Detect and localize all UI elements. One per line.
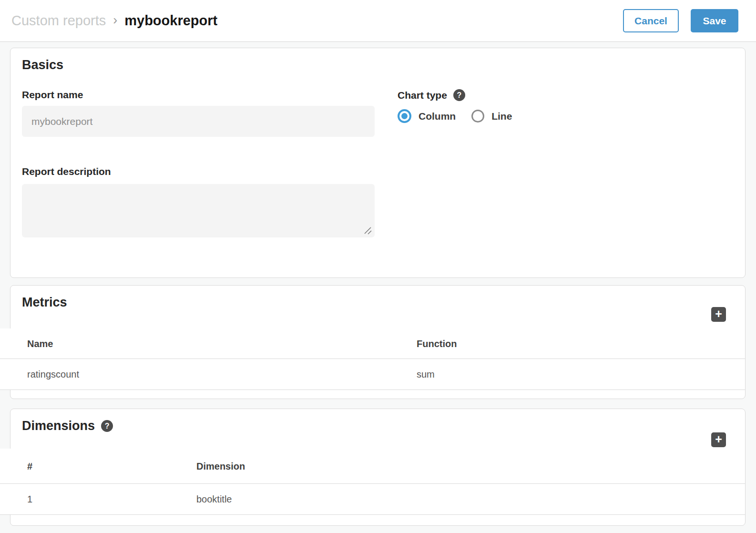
report-description-textarea[interactable] (22, 184, 375, 237)
dimension-index-cell: 1 (27, 494, 32, 505)
topbar-actions: Cancel Save (623, 9, 738, 32)
table-row[interactable]: 1 booktitle (0, 484, 745, 515)
report-name-input[interactable] (22, 106, 375, 137)
breadcrumb: Custom reports › mybookreport (11, 13, 217, 29)
metrics-table-header-row: Name Function (0, 328, 745, 359)
dimensions-col-index-header: # (27, 461, 32, 472)
metrics-title: Metrics (22, 295, 67, 310)
chevron-right-icon: › (113, 13, 117, 28)
resize-handle-icon[interactable] (364, 226, 372, 235)
question-mark-icon[interactable]: ? (101, 420, 113, 432)
basics-title: Basics (22, 58, 63, 72)
radio-line-label[interactable]: Line (491, 111, 512, 122)
report-name-label: Report name (22, 89, 83, 101)
metrics-table: Name Function ratingscount sum (0, 328, 745, 390)
table-row[interactable]: ratingscount sum (0, 359, 745, 390)
basics-card: Basics Report name Report description Ch… (10, 48, 746, 278)
radio-column-label[interactable]: Column (419, 111, 456, 122)
dimension-name-cell: booktitle (196, 494, 232, 505)
metric-function-cell: sum (417, 369, 435, 380)
top-bar: Custom reports › mybookreport Cancel Sav… (0, 0, 756, 42)
dimensions-title: Dimensions (22, 419, 95, 433)
radio-line-unselected-icon[interactable] (471, 110, 484, 123)
dimensions-title-row: Dimensions ? (22, 419, 113, 433)
chart-type-label-row: Chart type ? (398, 89, 465, 101)
dimensions-card: Dimensions ? + # Dimension 1 booktitle (10, 409, 746, 526)
radio-column-selected-icon[interactable] (398, 109, 411, 123)
report-description-field (22, 184, 375, 237)
report-description-label: Report description (22, 166, 111, 177)
save-button[interactable]: Save (691, 9, 738, 32)
dimensions-table: # Dimension 1 booktitle (0, 449, 745, 515)
dimensions-table-header-row: # Dimension (0, 449, 745, 484)
add-dimension-button[interactable]: + (711, 432, 726, 447)
radio-dot-icon (401, 113, 408, 119)
page-title: mybookreport (124, 13, 217, 29)
chart-type-radio-group: Column Line (398, 109, 512, 123)
metrics-card: Metrics + Name Function ratingscount sum (10, 285, 746, 399)
metric-name-cell: ratingscount (27, 369, 79, 380)
chart-type-label: Chart type (398, 90, 447, 101)
cancel-button[interactable]: Cancel (623, 9, 679, 32)
metrics-col-function-header: Function (417, 338, 457, 349)
dimensions-col-dimension-header: Dimension (196, 461, 245, 472)
breadcrumb-parent-link[interactable]: Custom reports (11, 13, 106, 29)
metrics-col-name-header: Name (27, 338, 53, 349)
question-mark-icon[interactable]: ? (453, 89, 465, 101)
add-metric-button[interactable]: + (711, 307, 726, 322)
